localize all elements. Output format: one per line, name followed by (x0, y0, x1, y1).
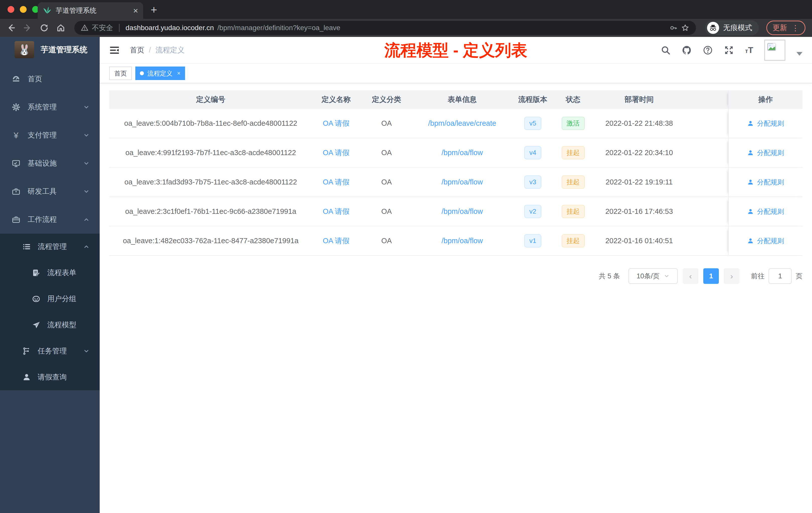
incognito-icon (707, 22, 719, 34)
sidebar-item-payment[interactable]: ¥ 支付管理 (0, 121, 100, 149)
definition-name-link[interactable]: OA 请假 (323, 207, 349, 217)
home-icon[interactable] (56, 23, 65, 32)
url-divider (119, 24, 119, 32)
pagination-total: 共 5 条 (599, 272, 620, 280)
minimize-window-button[interactable] (20, 6, 27, 13)
user-icon (22, 373, 31, 382)
sidebar-item-home[interactable]: 首页 (0, 65, 100, 93)
active-dot (140, 71, 144, 75)
gear-icon (11, 103, 21, 112)
sidebar-item-label: 任务管理 (38, 346, 67, 356)
avatar[interactable] (764, 40, 785, 61)
close-window-button[interactable] (7, 6, 14, 13)
top-navbar: 首页 / 流程定义 流程模型 - 定义列表 тT (100, 37, 812, 63)
font-size-icon[interactable]: тT (745, 45, 753, 55)
breadcrumb-home[interactable]: 首页 (130, 45, 144, 55)
sidebar-item-label: 首页 (28, 74, 42, 84)
col-header-category: 定义分类 (360, 90, 413, 109)
assign-rule-button[interactable]: 分配规则 (747, 148, 784, 157)
sidebar-item-task-mgmt[interactable]: 任务管理 (0, 338, 100, 364)
table-row: oa_leave:5:004b710b-7b8a-11ec-8ef0-acde4… (109, 109, 803, 138)
briefcase-icon (11, 215, 21, 224)
status-badge: 挂起 (562, 146, 585, 159)
sidebar-item-process-mgmt[interactable]: 流程管理 (0, 234, 100, 260)
browser-tab[interactable]: 芋道管理系统 × (38, 2, 143, 19)
col-header-name: 定义名称 (312, 90, 360, 109)
definition-name-link[interactable]: OA 请假 (323, 118, 349, 128)
assign-rule-label: 分配规则 (757, 119, 784, 128)
user-dropdown-caret-icon[interactable] (796, 52, 803, 56)
definition-name-link[interactable]: OA 请假 (323, 177, 349, 187)
assign-rule-button[interactable]: 分配规则 (747, 236, 784, 245)
cell-filler (686, 197, 728, 226)
prev-page-button[interactable]: ‹ (683, 268, 698, 284)
search-icon[interactable] (661, 45, 671, 55)
assign-rule-button[interactable]: 分配规则 (747, 178, 784, 187)
sidebar-item-label: 支付管理 (28, 130, 57, 140)
new-tab-button[interactable]: + (151, 3, 157, 16)
assign-rule-label: 分配规则 (757, 178, 784, 187)
sidebar-item-user-group[interactable]: 用户分组 (0, 286, 100, 312)
help-icon[interactable] (703, 45, 713, 55)
key-icon[interactable] (669, 24, 677, 32)
tag-home[interactable]: 首页 (109, 66, 132, 80)
tag-process-definition[interactable]: 流程定义 × (135, 66, 185, 80)
bookmark-star-icon[interactable] (681, 24, 690, 32)
page-content: 定义编号 定义名称 定义分类 表单信息 流程版本 状态 部署时间 操作 oa_l… (100, 83, 812, 284)
table-row: oa_leave:4:991f2193-7b7f-11ec-a3c8-acde4… (109, 138, 803, 168)
chevron-down-icon (83, 188, 90, 195)
status-badge: 挂起 (562, 205, 585, 218)
sidebar-logo: 🐰 芋道管理系统 (0, 37, 100, 62)
definition-name-link[interactable]: OA 请假 (323, 236, 349, 246)
cell-filler (686, 227, 728, 255)
form-link[interactable]: /bpm/oa/flow (442, 237, 483, 245)
update-button[interactable]: 更新 ⋮ (766, 21, 806, 35)
sidebar-item-label: 工作流程 (28, 215, 57, 224)
sidebar-item-devtools[interactable]: 研发工具 (0, 177, 100, 206)
github-icon[interactable] (682, 45, 692, 55)
current-page-button[interactable]: 1 (703, 268, 719, 284)
col-header-filler (686, 90, 728, 109)
fullscreen-icon[interactable] (724, 45, 734, 55)
goto-label: 前往 (751, 272, 764, 280)
tab-title: 芋道管理系统 (56, 6, 129, 15)
breadcrumb: 首页 / 流程定义 (130, 45, 184, 55)
forward-icon[interactable] (23, 23, 32, 32)
assign-rule-label: 分配规则 (757, 207, 784, 216)
back-icon[interactable] (6, 23, 16, 32)
sidebar-item-process-model[interactable]: 流程模型 (0, 312, 100, 338)
assign-rule-button[interactable]: 分配规则 (747, 207, 784, 216)
table-row: oa_leave:1:482ec033-762a-11ec-8477-a2380… (109, 227, 803, 256)
tag-close-icon[interactable]: × (177, 70, 180, 77)
form-edit-icon (32, 268, 41, 277)
form-link[interactable]: /bpm/oa/flow (442, 149, 483, 157)
sidebar-item-infra[interactable]: 基础设施 (0, 149, 100, 177)
annotation-title: 流程模型 - 定义列表 (384, 39, 527, 61)
form-link[interactable]: /bpm/oa/flow (442, 178, 483, 186)
favicon-leaf-icon (43, 6, 52, 15)
assign-rule-button[interactable]: 分配规则 (747, 119, 784, 128)
col-header-id: 定义编号 (109, 90, 312, 109)
url-bar[interactable]: 不安全 dashboard.yudao.iocoder.cn /bpm/mana… (74, 21, 696, 35)
logo-title: 芋道管理系统 (41, 44, 87, 55)
goto-page-input[interactable] (768, 268, 792, 284)
page-size-select[interactable]: 10条/页 (629, 268, 678, 284)
definition-name-link[interactable]: OA 请假 (323, 148, 349, 158)
sidebar-item-leave-query[interactable]: 请假查询 (0, 364, 100, 390)
form-link[interactable]: /bpm/oa/leave/create (428, 119, 496, 127)
sidebar-toggle-icon[interactable] (109, 45, 120, 56)
cell-category: OA (360, 109, 413, 138)
sidebar-item-process-form[interactable]: 流程表单 (0, 260, 100, 286)
sidebar-item-workflow[interactable]: 工作流程 (0, 206, 100, 234)
security-label[interactable]: 不安全 (92, 23, 113, 33)
traffic-lights[interactable] (7, 6, 39, 13)
update-label: 更新 (773, 23, 787, 33)
status-badge: 挂起 (562, 175, 585, 189)
form-link[interactable]: /bpm/oa/flow (442, 207, 483, 216)
tab-close-icon[interactable]: × (133, 6, 138, 15)
browser-menu-icon[interactable]: ⋮ (792, 24, 799, 32)
sidebar-item-system[interactable]: 系统管理 (0, 93, 100, 121)
reload-icon[interactable] (40, 23, 49, 32)
next-page-button[interactable]: › (724, 268, 740, 284)
chevron-down-icon (83, 132, 90, 139)
